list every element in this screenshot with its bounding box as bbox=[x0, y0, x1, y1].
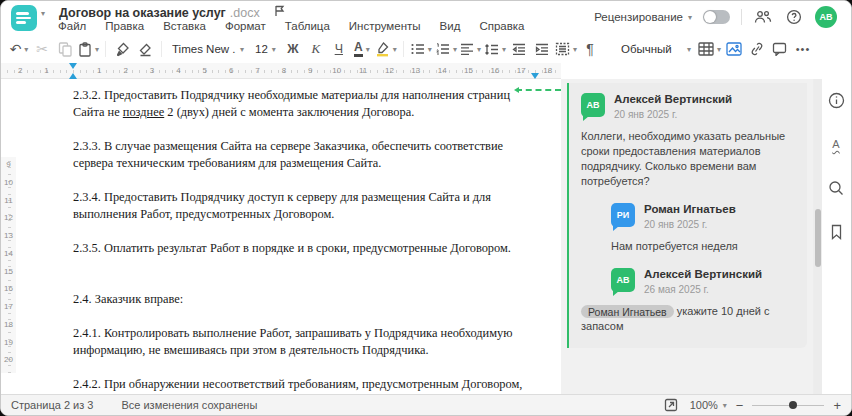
decrease-indent-button[interactable] bbox=[509, 38, 529, 60]
paragraph-settings-button[interactable]: ▾ bbox=[555, 38, 577, 60]
paragraph[interactable]: 2.4. Заказчик вправе: bbox=[73, 291, 541, 308]
zoom-in-button[interactable]: + bbox=[833, 399, 841, 412]
info-icon[interactable] bbox=[825, 91, 847, 109]
chevron-down-icon: ▾ bbox=[366, 45, 370, 54]
menu-item[interactable]: Правка bbox=[105, 20, 144, 32]
ruler-number: 14 bbox=[429, 63, 455, 78]
document-body[interactable]: 2.3.2. Предоставить Подрядчику необходим… bbox=[16, 79, 561, 394]
more-tools-button[interactable]: ••• bbox=[793, 38, 813, 60]
cut-button[interactable]: ✂ bbox=[32, 38, 52, 60]
first-line-indent-marker[interactable] bbox=[69, 63, 77, 69]
numbered-list-button[interactable]: ▾ bbox=[435, 38, 457, 60]
align-button[interactable]: ▾ bbox=[460, 38, 481, 60]
chevron-down-icon: ▾ bbox=[573, 45, 577, 54]
font-name-combo[interactable]: Times New ...▾ bbox=[168, 38, 248, 60]
chevron-down-icon: ▾ bbox=[687, 45, 691, 54]
ruler-number: 15 bbox=[1, 267, 16, 285]
vertical-ruler: 91011121314151617181920 bbox=[1, 157, 16, 373]
chevron-down-icon: ▾ bbox=[502, 45, 506, 54]
highlight-color-button[interactable]: ▾ bbox=[375, 38, 397, 60]
format-painter-button[interactable] bbox=[112, 38, 132, 60]
bold-button[interactable]: Ж bbox=[283, 38, 303, 60]
document-title: Договор на оказание услуг bbox=[59, 6, 226, 20]
chevron-down-icon: ▾ bbox=[717, 45, 721, 54]
share-users-icon[interactable] bbox=[753, 7, 773, 27]
avatar: АВ bbox=[611, 268, 635, 292]
menu-item[interactable]: Инструменты bbox=[349, 20, 421, 32]
menu-item[interactable]: Формат bbox=[225, 20, 266, 32]
review-mode-dropdown[interactable]: Рецензирование ▾ bbox=[594, 11, 692, 23]
left-indent-marker[interactable] bbox=[69, 73, 77, 79]
text-run: 2.4. Заказчик вправе: bbox=[73, 292, 183, 306]
zoom-slider[interactable] bbox=[752, 400, 824, 410]
spellcheck-icon[interactable]: А bbox=[825, 135, 847, 153]
menu-item[interactable]: Вставка bbox=[163, 20, 206, 32]
zoom-level-dropdown[interactable]: 100%▾ bbox=[690, 399, 727, 411]
app-logo[interactable] bbox=[11, 5, 37, 31]
paragraph[interactable]: 2.3.4. Предоставить Подрядчику доступ к … bbox=[73, 189, 541, 223]
paste-button[interactable]: ▾ bbox=[78, 38, 99, 60]
document-extension: .docx bbox=[230, 6, 260, 20]
user-mention[interactable]: Роман Игнатьев bbox=[581, 305, 674, 318]
bookmark-icon[interactable] bbox=[825, 223, 847, 241]
divider bbox=[741, 9, 742, 25]
zoom-slider-thumb[interactable] bbox=[789, 401, 797, 409]
scrollbar-thumb[interactable] bbox=[815, 209, 821, 267]
avatar: РИ bbox=[611, 203, 635, 227]
show-paragraph-marks-button[interactable]: ¶ bbox=[580, 38, 600, 60]
font-color-button[interactable]: А▾ bbox=[352, 38, 372, 60]
scrollbar[interactable] bbox=[814, 79, 822, 394]
paragraph[interactable]: 2.3.5. Оплатить результат Работ в порядк… bbox=[73, 240, 541, 257]
ruler-number: 19 bbox=[1, 338, 16, 356]
chevron-down-icon[interactable]: ▾ bbox=[41, 9, 45, 18]
font-size-combo[interactable]: 12▾ bbox=[251, 38, 280, 60]
paragraph[interactable]: 2.3.3. В случае размещения Сайта на серв… bbox=[73, 138, 541, 172]
ruler-number: 13 bbox=[403, 63, 429, 78]
chevron-down-icon: ▾ bbox=[428, 45, 432, 54]
fit-page-icon[interactable] bbox=[661, 395, 681, 415]
comment-reply[interactable]: РИ Роман Игнатьев 20 янв 2025 г. Нам пот… bbox=[611, 203, 797, 254]
ruler-number: 12 bbox=[376, 63, 402, 78]
comment-date: 20 янв 2025 г. bbox=[644, 219, 736, 230]
menu-item[interactable]: Файл bbox=[58, 20, 86, 32]
zoom-out-button[interactable]: − bbox=[736, 399, 744, 412]
menu-item[interactable]: Справка bbox=[479, 20, 524, 32]
menu-item[interactable]: Вид bbox=[440, 20, 461, 32]
increase-indent-button[interactable] bbox=[532, 38, 552, 60]
bullet-list-button[interactable]: ▾ bbox=[410, 38, 432, 60]
text-run: 2.4.2. При обнаружении несоответствий тр… bbox=[73, 377, 522, 394]
copy-button[interactable] bbox=[55, 38, 75, 60]
insert-comment-button[interactable] bbox=[770, 38, 790, 60]
clear-style-button[interactable] bbox=[135, 38, 155, 60]
underline-button[interactable]: Ч bbox=[329, 38, 349, 60]
insert-image-button[interactable] bbox=[724, 38, 744, 60]
menu-item[interactable]: Таблица bbox=[285, 20, 330, 32]
ruler-number: 1 bbox=[86, 63, 112, 78]
undo-button[interactable]: ↶▾ bbox=[9, 38, 29, 60]
ruler-number: 14 bbox=[1, 249, 16, 267]
paragraph[interactable]: 2.3.2. Предоставить Подрядчику необходим… bbox=[73, 87, 541, 121]
paragraph[interactable]: 2.4.2. При обнаружении несоответствий тр… bbox=[73, 376, 541, 394]
search-icon[interactable] bbox=[825, 179, 847, 197]
app-window: ▾ Договор на оказание услуг.docx ФайлПра… bbox=[0, 0, 852, 416]
text-run: 2.3.5. Оплатить результат Работ в порядк… bbox=[73, 241, 511, 255]
insert-table-button[interactable]: ▾ bbox=[698, 38, 721, 60]
paragraph-style-combo[interactable]: Обычный▾ bbox=[617, 38, 695, 60]
document-page[interactable]: 2.3.2. Предоставить Подрядчику необходим… bbox=[16, 79, 561, 394]
favorite-flag-icon[interactable] bbox=[274, 5, 285, 20]
help-icon[interactable] bbox=[784, 7, 804, 27]
comment-reply[interactable]: АВ Алексей Вертинский 26 мая 2025 г. Ром… bbox=[611, 268, 797, 334]
comment-thread[interactable]: АВ Алексей Вертинский 20 янв 2025 г. Кол… bbox=[567, 83, 807, 348]
right-indent-marker[interactable] bbox=[531, 73, 539, 79]
ruler-number: 18 bbox=[1, 320, 16, 338]
paragraph[interactable]: 2.4.1. Контролировать выполнение Работ, … bbox=[73, 325, 541, 359]
insert-link-button[interactable] bbox=[747, 38, 767, 60]
page-indicator[interactable]: Страница 2 из 3 bbox=[11, 399, 93, 411]
ruler-number: 8 bbox=[271, 63, 297, 78]
user-avatar[interactable]: АВ bbox=[815, 6, 837, 28]
comment-item[interactable]: АВ Алексей Вертинский 20 янв 2025 г. Кол… bbox=[581, 93, 797, 189]
italic-button[interactable]: К bbox=[306, 38, 326, 60]
review-toggle[interactable] bbox=[703, 10, 730, 24]
divider bbox=[403, 41, 404, 57]
line-spacing-button[interactable]: ▾ bbox=[484, 38, 506, 60]
